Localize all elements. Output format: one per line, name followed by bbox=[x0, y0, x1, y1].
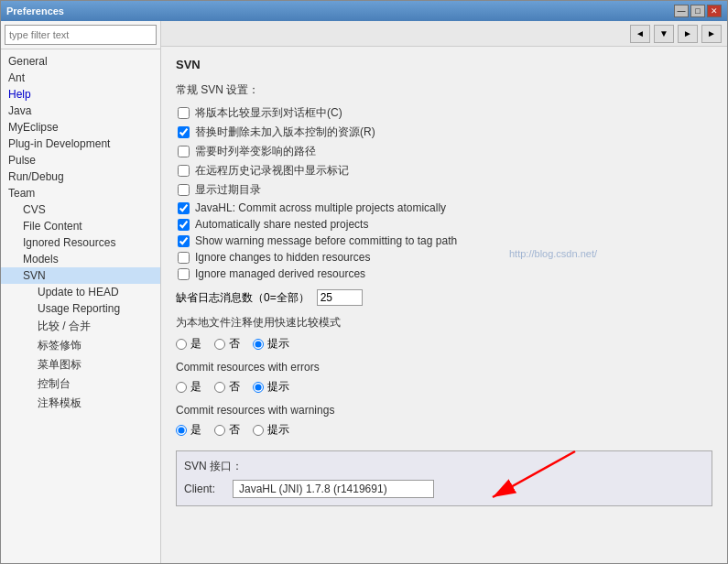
sidebar-item-models[interactable]: Models bbox=[1, 251, 160, 267]
sidebar-item-plugin-dev[interactable]: Plug-in Development bbox=[1, 136, 160, 152]
checkbox-cb6[interactable] bbox=[178, 202, 190, 214]
sidebar-item-updatetohead[interactable]: Update to HEAD bbox=[1, 284, 160, 300]
radio-label-ce3: 提示 bbox=[267, 379, 289, 395]
sidebar-item-myeclipse[interactable]: MyEclipse bbox=[1, 119, 160, 136]
checkbox-label-cb7: Automatically share nested projects bbox=[195, 218, 368, 231]
commit-warnings-heading: Commit resources with warnings bbox=[176, 404, 712, 417]
main-content: GeneralAntHelpJavaMyEclipsePlug-in Devel… bbox=[1, 21, 727, 563]
panel-title: SVN bbox=[176, 58, 712, 71]
checkbox-cb8[interactable] bbox=[178, 235, 190, 247]
checkbox-cb4[interactable] bbox=[178, 165, 190, 177]
sidebar-item-console[interactable]: 控制台 bbox=[1, 374, 160, 394]
sidebar-item-pulse[interactable]: Pulse bbox=[1, 152, 160, 168]
checkbox-row-cb5: 显示过期目录 bbox=[176, 182, 712, 198]
radio-fc2[interactable] bbox=[214, 339, 225, 350]
radio-label-cw1: 是 bbox=[190, 422, 201, 438]
radio-option-fc1: 是 bbox=[176, 336, 201, 352]
checkbox-cb10[interactable] bbox=[178, 268, 190, 280]
sidebar-item-ant[interactable]: Ant bbox=[1, 70, 160, 86]
radio-ce1[interactable] bbox=[176, 382, 187, 393]
radio-cw2[interactable] bbox=[214, 425, 225, 436]
sidebar-item-help[interactable]: Help bbox=[1, 86, 160, 103]
dropdown-button[interactable]: ▼ bbox=[654, 25, 674, 43]
maximize-button[interactable]: □ bbox=[690, 5, 705, 17]
panel-toolbar: ◄ ▼ ► ► bbox=[161, 21, 727, 47]
radio-option-ce3: 提示 bbox=[253, 379, 289, 395]
checkbox-row-cb1: 将版本比较显示到对话框中(C) bbox=[176, 105, 712, 121]
tree: GeneralAntHelpJavaMyEclipsePlug-in Devel… bbox=[1, 49, 160, 563]
radio-label-fc1: 是 bbox=[190, 336, 201, 352]
sidebar-item-compare-merge[interactable]: 比较 / 合并 bbox=[1, 317, 160, 336]
checkbox-cb9[interactable] bbox=[178, 252, 190, 264]
checkbox-row-cb8: Show warning message before committing t… bbox=[176, 234, 712, 247]
commit-errors-heading: Commit resources with errors bbox=[176, 361, 712, 374]
sidebar-item-svn[interactable]: SVN bbox=[1, 267, 160, 284]
search-box bbox=[1, 21, 160, 49]
checkbox-cb3[interactable] bbox=[178, 146, 190, 157]
back-button[interactable]: ◄ bbox=[630, 25, 650, 43]
window-title: Preferences bbox=[6, 5, 64, 16]
log-row: 缺省日志消息数（0=全部） bbox=[176, 289, 712, 306]
checkbox-row-cb2: 替换时删除未加入版本控制的资源(R) bbox=[176, 125, 712, 140]
radio-option-fc2: 否 bbox=[214, 336, 240, 352]
radio-ce2[interactable] bbox=[214, 382, 225, 393]
checkbox-label-cb9: Ignore changes to hidden resources bbox=[195, 251, 370, 264]
preferences-window: Preferences — □ ✕ GeneralAntHelpJavaMyEc… bbox=[0, 0, 728, 564]
checkbox-label-cb6: JavaHL: Commit across multiple projects … bbox=[195, 201, 446, 214]
commit-errors-group: 是否提示 bbox=[176, 379, 712, 395]
log-label: 缺省日志消息数（0=全部） bbox=[176, 290, 310, 306]
sidebar-item-menuicon[interactable]: 菜单图标 bbox=[1, 355, 160, 374]
sidebar-item-filecontent[interactable]: File Content bbox=[1, 218, 160, 234]
log-input[interactable] bbox=[317, 289, 363, 306]
sidebar: GeneralAntHelpJavaMyEclipsePlug-in Devel… bbox=[1, 21, 161, 563]
radio-option-cw3: 提示 bbox=[253, 422, 289, 438]
radio-fc3[interactable] bbox=[253, 339, 264, 350]
sidebar-item-team[interactable]: Team bbox=[1, 185, 160, 201]
radio-cw3[interactable] bbox=[253, 425, 264, 436]
forward2-button[interactable]: ► bbox=[701, 25, 722, 43]
radio-label-fc3: 提示 bbox=[267, 336, 289, 352]
search-input[interactable] bbox=[5, 25, 157, 45]
sidebar-item-cvs[interactable]: CVS bbox=[1, 201, 160, 218]
main-panel: ◄ ▼ ► ► SVN 常规 SVN 设置： 将版本比较显示到对话框中(C)替换… bbox=[161, 21, 727, 563]
checkbox-label-cb10: Ignore managed derived resources bbox=[195, 267, 365, 280]
commit-warnings-group: 是否提示 bbox=[176, 422, 712, 438]
sidebar-item-usagereporting[interactable]: Usage Reporting bbox=[1, 300, 160, 317]
checkbox-label-cb8: Show warning message before committing t… bbox=[195, 234, 457, 247]
sidebar-item-ignored[interactable]: Ignored Resources bbox=[1, 234, 160, 251]
sidebar-item-java[interactable]: Java bbox=[1, 103, 160, 119]
checkbox-cb2[interactable] bbox=[178, 126, 190, 138]
radio-label-cw2: 否 bbox=[229, 422, 240, 438]
radio-cw1[interactable] bbox=[176, 425, 187, 436]
client-label: Client: bbox=[184, 483, 225, 495]
radio-fc1[interactable] bbox=[176, 339, 187, 350]
radio-option-fc3: 提示 bbox=[253, 336, 289, 352]
panel-content-wrapper: SVN 常规 SVN 设置： 将版本比较显示到对话框中(C)替换时删除未加入版本… bbox=[161, 47, 727, 563]
checkbox-label-cb1: 将版本比较显示到对话框中(C) bbox=[195, 105, 342, 121]
checkbox-cb1[interactable] bbox=[178, 107, 190, 119]
radio-ce3[interactable] bbox=[253, 382, 264, 393]
radio-label-fc2: 否 bbox=[229, 336, 240, 352]
sidebar-item-general[interactable]: General bbox=[1, 53, 160, 70]
checkbox-label-cb4: 在远程历史记录视图中显示标记 bbox=[195, 163, 349, 179]
close-button[interactable]: ✕ bbox=[707, 5, 722, 17]
checkbox-label-cb2: 替换时删除未加入版本控制的资源(R) bbox=[195, 125, 375, 140]
forward-button[interactable]: ► bbox=[678, 25, 698, 43]
checkbox-row-cb10: Ignore managed derived resources bbox=[176, 267, 712, 280]
radio-label-ce2: 否 bbox=[229, 379, 240, 395]
checkboxes-container: 将版本比较显示到对话框中(C)替换时删除未加入版本控制的资源(R)需要时列举变影… bbox=[176, 105, 712, 280]
sidebar-item-rundebug[interactable]: Run/Debug bbox=[1, 168, 160, 185]
sidebar-item-commenttemplate[interactable]: 注释模板 bbox=[1, 394, 160, 413]
checkbox-row-cb4: 在远程历史记录视图中显示标记 bbox=[176, 163, 712, 179]
sidebar-item-taglabel[interactable]: 标签修饰 bbox=[1, 336, 160, 355]
radio-label-cw3: 提示 bbox=[267, 422, 289, 438]
section-label: 常规 SVN 设置： bbox=[176, 82, 712, 98]
checkbox-cb5[interactable] bbox=[178, 184, 190, 196]
radio-option-cw2: 否 bbox=[214, 422, 240, 438]
panel-content: SVN 常规 SVN 设置： 将版本比较显示到对话框中(C)替换时删除未加入版本… bbox=[161, 47, 727, 517]
checkbox-cb7[interactable] bbox=[178, 219, 190, 231]
minimize-button[interactable]: — bbox=[674, 5, 689, 17]
fast-compare-heading: 为本地文件注释使用快速比较模式 bbox=[176, 315, 712, 331]
radio-option-ce2: 否 bbox=[214, 379, 240, 395]
checkbox-row-cb3: 需要时列举变影响的路径 bbox=[176, 144, 712, 159]
